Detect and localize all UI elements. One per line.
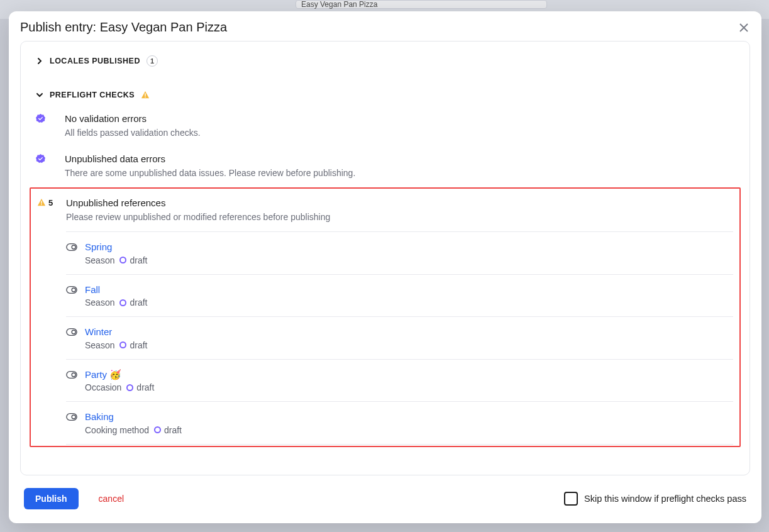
status-indicator-icon <box>154 426 161 433</box>
check-title: Unpublished references <box>66 196 733 209</box>
locales-section-toggle[interactable]: LOCALES PUBLISHED 1 <box>36 55 734 67</box>
publish-button[interactable]: Publish <box>24 488 79 509</box>
status-badge: draft <box>119 297 147 308</box>
svg-rect-0 <box>145 93 145 96</box>
modal-title: Publish entry: Easy Vegan Pan Pizza <box>20 20 227 35</box>
skip-label[interactable]: Skip this window if preflight checks pas… <box>584 494 746 504</box>
reference-type: Occasion <box>85 382 121 392</box>
reference-type: Season <box>85 297 114 308</box>
reference-type: Season <box>85 255 114 265</box>
status-text: draft <box>136 382 154 392</box>
svg-point-11 <box>72 373 75 377</box>
status-text: draft <box>130 255 147 265</box>
svg-rect-2 <box>41 201 41 203</box>
preflight-title: PREFLIGHT CHECKS <box>50 91 135 99</box>
status-badge: draft <box>119 255 147 265</box>
svg-point-5 <box>72 245 75 249</box>
tag-icon <box>66 413 77 421</box>
list-item: Baking Cooking method draft <box>66 401 733 445</box>
cancel-button[interactable]: cancel <box>99 494 124 504</box>
check-circle-icon <box>36 154 45 163</box>
reference-type: Cooking method <box>85 425 149 435</box>
status-indicator-icon <box>119 257 126 263</box>
svg-rect-1 <box>145 97 145 97</box>
svg-point-13 <box>72 415 75 419</box>
publish-modal: Publish entry: Easy Vegan Pan Pizza LOCA… <box>9 11 761 523</box>
status-text: draft <box>130 297 147 308</box>
list-item: Party 🥳 Occasion draft <box>66 359 733 402</box>
reference-link[interactable]: Spring <box>85 241 733 253</box>
check-unpublished-data: Unpublished data errors There are some u… <box>36 147 734 187</box>
locales-count: 1 <box>147 55 158 67</box>
list-item: Winter Season draft <box>66 316 733 359</box>
chevron-right-icon <box>36 57 43 65</box>
check-desc: There are some unpublished data issues. … <box>65 167 734 180</box>
skip-checkbox[interactable] <box>564 492 578 506</box>
reference-type: Season <box>85 340 114 350</box>
reference-link[interactable]: Party 🥳 <box>85 369 733 381</box>
check-unpublished-refs: 5 Unpublished references Please review u… <box>37 191 733 229</box>
list-item: Spring Season draft <box>66 231 733 274</box>
svg-point-7 <box>72 288 75 292</box>
background-field: Easy Vegan Pan Pizza <box>296 0 547 9</box>
locales-title: LOCALES PUBLISHED <box>50 57 140 65</box>
status-badge: draft <box>126 382 154 392</box>
status-indicator-icon <box>119 299 126 306</box>
preflight-section-toggle[interactable]: PREFLIGHT CHECKS <box>36 91 734 99</box>
status-badge: draft <box>154 425 182 435</box>
check-validation: No validation errors All fields passed v… <box>36 107 734 147</box>
status-text: draft <box>164 425 182 435</box>
svg-rect-3 <box>41 204 41 205</box>
reference-link[interactable]: Winter <box>85 326 733 338</box>
check-desc: Please review unpublished or modified re… <box>66 211 733 224</box>
tag-icon <box>66 243 77 252</box>
status-badge: draft <box>119 340 147 350</box>
warning-icon <box>141 91 150 99</box>
warning-count: 5 <box>48 198 53 208</box>
warning-icon <box>37 198 46 207</box>
status-indicator-icon <box>126 384 133 391</box>
svg-point-9 <box>72 330 75 334</box>
check-title: No validation errors <box>65 112 734 125</box>
tag-icon <box>66 285 77 294</box>
check-title: Unpublished data errors <box>65 152 734 165</box>
unpublished-references-box: 5 Unpublished references Please review u… <box>30 187 741 447</box>
close-icon[interactable] <box>738 21 750 34</box>
reference-link[interactable]: Baking <box>85 411 733 423</box>
chevron-down-icon <box>36 91 43 99</box>
status-indicator-icon <box>119 341 126 348</box>
list-item: Fall Season draft <box>66 274 733 317</box>
tag-icon <box>66 370 77 379</box>
check-desc: All fields passed validation checks. <box>65 126 734 140</box>
check-circle-icon <box>36 114 45 123</box>
tag-icon <box>66 328 77 336</box>
status-text: draft <box>130 340 147 350</box>
reference-link[interactable]: Fall <box>85 284 733 296</box>
